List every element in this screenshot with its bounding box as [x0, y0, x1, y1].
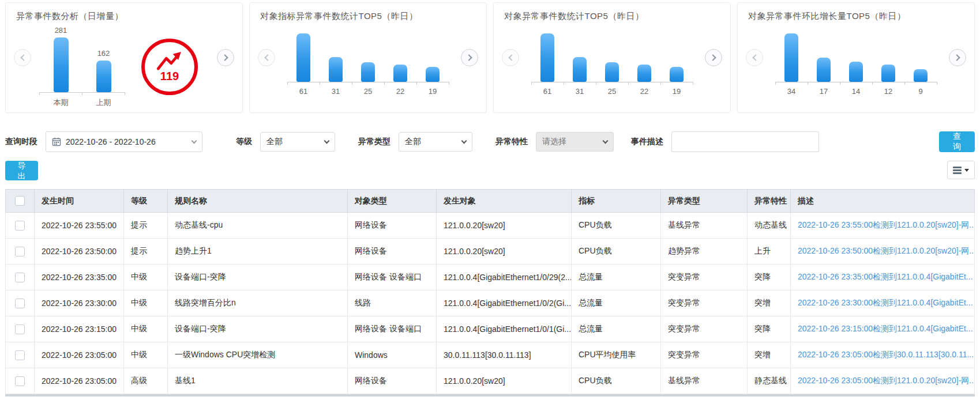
- event-description-link[interactable]: 2022-10-26 23:30:00检测到121.0.0.4[GigabitE…: [798, 298, 973, 307]
- carousel-prev-button[interactable]: [14, 49, 31, 66]
- level-select[interactable]: 全部: [260, 132, 335, 152]
- row-checkbox[interactable]: [15, 247, 25, 256]
- table-row: 2022-10-26 23:05:00中级一级Windows CPU突增检测Wi…: [6, 342, 975, 368]
- bar: [361, 62, 375, 82]
- cell-desc: 2022-10-26 23:05:00检测到30.0.11.113[30.0.1…: [791, 342, 975, 368]
- bar-axis-label: 12: [872, 85, 904, 96]
- top5-bar-chart: 6131252219: [250, 30, 486, 96]
- bar: [784, 33, 798, 82]
- chevron-right-icon: [221, 54, 228, 61]
- anomaly-type-select[interactable]: 全部: [399, 132, 472, 152]
- event-description-link[interactable]: 2022-10-26 23:50:00检测到121.0.0.20[sw20]-网…: [798, 246, 975, 255]
- bar: [914, 69, 928, 82]
- carousel-prev-button[interactable]: [746, 49, 763, 66]
- row-checkbox[interactable]: [15, 324, 25, 334]
- row-checkbox[interactable]: [15, 221, 25, 231]
- cell-target: 30.0.11.113[30.0.11.113]: [437, 342, 572, 368]
- export-button[interactable]: 导出: [5, 161, 38, 180]
- bar: [96, 61, 111, 92]
- event-description-link[interactable]: 2022-10-26 23:35:00检测到121.0.0.4[GigabitE…: [798, 272, 973, 281]
- bar-axis-label: 61: [531, 85, 564, 96]
- column-header: 对象类型: [348, 190, 437, 213]
- cell-obj-type: 网络设备: [348, 368, 437, 394]
- bar-value: 162: [97, 49, 110, 61]
- table-toolbar: 导出: [5, 161, 975, 182]
- cell-anomaly-type: 基线异常: [661, 213, 748, 239]
- column-header: 规则名称: [168, 190, 348, 213]
- cell-trait: 静态基线: [748, 368, 791, 394]
- compare-chart: 281 162 本期 上期: [39, 24, 242, 108]
- bar: [817, 58, 831, 82]
- bar-slot: [287, 33, 320, 82]
- column-settings-button[interactable]: [947, 161, 975, 179]
- event-description-link[interactable]: 2022-10-26 23:05:00检测到30.0.11.113[30.0.1…: [798, 350, 975, 359]
- event-description-link[interactable]: 2022-10-26 23:05:00检测到121.0.0.20[sw20]-网…: [798, 376, 975, 385]
- cell-metric: 总流量: [572, 290, 661, 316]
- card-metric-top5: 对象指标异常事件数统计TOP5（昨日） 6131252219: [249, 2, 487, 113]
- row-checkbox-cell: [6, 368, 35, 394]
- date-range-picker[interactable]: 2022-10-26 - 2022-10-26: [46, 131, 202, 152]
- bar-slot: [531, 33, 564, 82]
- event-description-link[interactable]: 2022-10-26 23:15:00检测到121.0.0.4[GigabitE…: [798, 324, 973, 333]
- time-range-label: 查询时段: [5, 137, 37, 147]
- cell-trait: 突降: [748, 316, 791, 342]
- cell-metric: CPU平均使用率: [572, 342, 661, 368]
- cell-obj-type: 网络设备: [348, 239, 437, 265]
- bar: [573, 57, 587, 82]
- bar: [637, 65, 651, 82]
- bar: [329, 57, 343, 82]
- cell-desc: 2022-10-26 23:30:00检测到121.0.0.4[GigabitE…: [791, 290, 975, 316]
- carousel-prev-button[interactable]: [258, 49, 275, 66]
- carousel-prev-button[interactable]: [502, 49, 519, 66]
- cell-rule: 动态基线-cpu: [168, 213, 348, 239]
- cell-time: 2022-10-26 23:35:00: [35, 265, 124, 290]
- cell-desc: 2022-10-26 23:55:00检测到121.0.0.20[sw20]-网…: [791, 213, 975, 239]
- cell-obj-type: 网络设备 设备端口: [348, 316, 437, 342]
- row-checkbox[interactable]: [15, 350, 25, 360]
- chevron-down-icon: [324, 138, 330, 144]
- carousel-next-button[interactable]: [705, 49, 722, 66]
- list-icon: [953, 167, 962, 174]
- bar-axis-label: 61: [287, 85, 320, 96]
- row-checkbox[interactable]: [15, 376, 25, 386]
- row-checkbox-cell: [6, 239, 35, 265]
- cell-trait: 突增: [748, 342, 791, 368]
- card-object-top5: 对象异常事件数统计TOP5（昨日） 6131252219: [493, 2, 731, 113]
- cell-obj-type: 网络设备 设备端口: [348, 265, 437, 290]
- table-header-row: 发生时间等级规则名称对象类型发生对象指标异常类型异常特性描述: [6, 190, 975, 213]
- search-button[interactable]: 查询: [939, 131, 975, 152]
- cell-rule: 基线1: [168, 368, 348, 394]
- carousel-next-button[interactable]: [461, 49, 478, 66]
- trait-label: 异常特性: [495, 137, 528, 147]
- anomaly-type-label: 异常类型: [358, 137, 391, 147]
- cell-desc: 2022-10-26 23:15:00检测到121.0.0.4[GigabitE…: [791, 316, 975, 342]
- cell-anomaly-type: 突变异常: [661, 290, 748, 316]
- cell-time: 2022-10-26 23:50:00: [35, 239, 124, 265]
- chevron-left-icon: [264, 54, 271, 61]
- column-header: 指标: [572, 190, 661, 213]
- cell-target: 121.0.0.20[sw20]: [437, 239, 572, 265]
- bar: [540, 33, 554, 82]
- carousel-next-button[interactable]: [949, 49, 966, 66]
- row-checkbox[interactable]: [15, 273, 25, 282]
- cell-target: 121.0.0.20[sw20]: [437, 368, 572, 394]
- cell-time: 2022-10-26 23:05:00: [35, 342, 124, 368]
- cell-trait: 上升: [748, 239, 791, 265]
- date-range-value: 2022-10-26 - 2022-10-26: [66, 137, 192, 146]
- cell-target: 121.0.0.4[GigabitEthernet1/0/29(2...: [437, 265, 572, 290]
- row-checkbox[interactable]: [15, 299, 25, 308]
- row-checkbox-cell: [6, 342, 35, 368]
- caret-down-icon: [964, 169, 969, 172]
- table-row: 2022-10-26 23:30:00中级线路突增百分比n线路121.0.0.4…: [6, 290, 975, 316]
- trend-up-arrow-icon: [155, 51, 185, 71]
- event-desc-input[interactable]: [671, 131, 819, 152]
- table-row: 2022-10-26 23:35:00中级设备端口-突降网络设备 设备端口121…: [6, 265, 975, 290]
- trait-select[interactable]: 请选择: [536, 132, 614, 152]
- bar-axis-label: 25: [596, 85, 628, 96]
- event-description-link[interactable]: 2022-10-26 23:55:00检测到121.0.0.20[sw20]-网…: [798, 220, 975, 229]
- carousel-next-button[interactable]: [217, 49, 234, 66]
- cell-level: 提示: [124, 239, 168, 265]
- column-header: 发生对象: [437, 190, 572, 213]
- cell-rule: 一级Windows CPU突增检测: [168, 342, 348, 368]
- select-all-checkbox[interactable]: [15, 196, 25, 206]
